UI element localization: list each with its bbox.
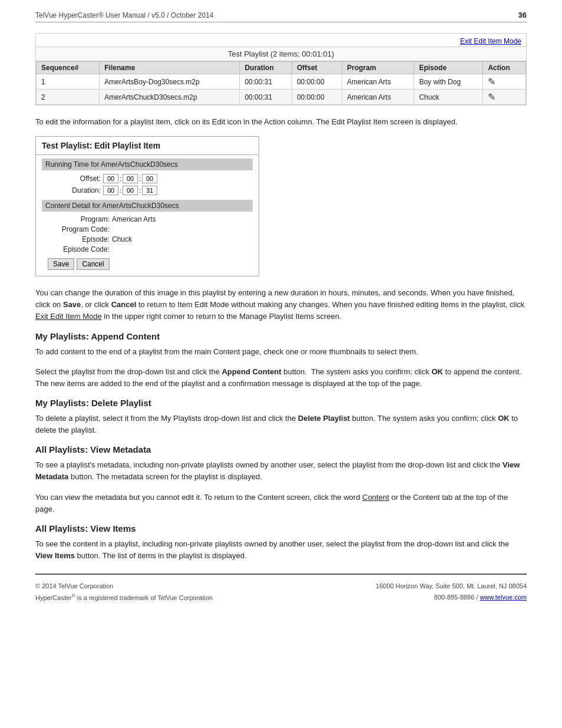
section-append-para2: Select the playlist from the drop-down l… — [35, 366, 527, 390]
cancel-button[interactable]: Cancel — [77, 258, 109, 270]
section-delete-para1: To delete a playlist, select it from the… — [35, 413, 527, 436]
para1: To edit the information for a playlist i… — [35, 116, 527, 128]
section-view-metadata: All Playlists: View Metadata To see a pl… — [35, 444, 527, 515]
action-edit-icon[interactable]: ✎ — [483, 74, 526, 90]
program-code-label: Program Code: — [54, 225, 110, 233]
para2: You can change the duration of this imag… — [35, 287, 527, 322]
offset-row: Offset: : : — [42, 174, 253, 183]
section-title-append: My Playlists: Append Content — [35, 331, 527, 341]
offset-input[interactable]: : : — [103, 174, 157, 183]
action-edit-icon[interactable]: ✎ — [483, 90, 526, 105]
col-program: Program — [342, 62, 414, 74]
footer: © 2014 TelVue Corporation HyperCaster® i… — [35, 581, 527, 603]
content-detail-header: Content Detail for AmerArtsChuckD30secs — [42, 200, 253, 212]
running-time-header: Running Time for AmerArtsChuckD30secs — [42, 159, 253, 170]
section-view-metadata-para2: You can view the metadata but you cannot… — [35, 492, 527, 515]
section-title-view-metadata: All Playlists: View Metadata — [35, 444, 527, 454]
para2-save-bold: Save — [63, 300, 81, 309]
footer-trademark: HyperCaster® is a registered trademark o… — [35, 592, 213, 603]
header-title: TelVue HyperCaster® User Manual / v5.0 /… — [35, 11, 214, 19]
col-episode: Episode — [414, 62, 483, 74]
col-sequence: Sequence# — [37, 62, 100, 74]
offset-hours[interactable] — [103, 174, 118, 183]
edit-box-body: Running Time for AmerArtsChuckD30secs Of… — [36, 155, 259, 276]
footer-divider — [35, 574, 527, 575]
exit-edit-item-mode-text-link[interactable]: Exit Edit Item Mode — [35, 312, 102, 321]
footer-website-link[interactable]: www.telvue.com — [480, 594, 527, 601]
duration-row: Duration: : : — [42, 186, 253, 195]
table-row: 2AmerArtsChuckD30secs.m2p00:00:3100:00:0… — [37, 90, 526, 105]
exit-edit-item-mode-link[interactable]: Exit Edit Item Mode — [460, 37, 521, 45]
offset-seconds[interactable] — [142, 174, 157, 183]
duration-seconds[interactable] — [142, 186, 157, 195]
program-code-row: Program Code: — [42, 225, 253, 233]
edit-icon[interactable]: ✎ — [488, 92, 495, 102]
footer-left: © 2014 TelVue Corporation HyperCaster® i… — [35, 581, 213, 603]
duration-label: Duration: — [59, 186, 101, 195]
edit-icon[interactable]: ✎ — [488, 77, 495, 87]
offset-minutes[interactable] — [123, 174, 138, 183]
table-row: 1AmerArtsBoy-Dog30secs.m2p00:00:3100:00:… — [37, 74, 526, 90]
footer-copyright: © 2014 TelVue Corporation — [35, 581, 213, 592]
para2-between: , or click — [81, 300, 111, 309]
col-action: Action — [483, 62, 526, 74]
section-view-items: All Playlists: View Items To see the con… — [35, 523, 527, 562]
col-filename: Filename — [100, 62, 240, 74]
footer-contact: 800-885-8886 / www.telvue.com — [376, 592, 527, 603]
duration-hours[interactable] — [103, 186, 118, 195]
episode-value: Chuck — [112, 235, 132, 243]
program-value: American Arts — [112, 215, 156, 223]
para2-cancel-bold: Cancel — [111, 300, 137, 309]
para2-after-cancel: to return to Item Edit Mode without maki… — [136, 300, 524, 309]
header-page-number: 36 — [518, 11, 527, 19]
footer-right: 16000 Horizon Way, Suite 500, Mt. Laurel… — [376, 581, 527, 603]
save-button[interactable]: Save — [48, 258, 74, 270]
episode-label: Episode: — [54, 235, 110, 243]
page-header: TelVue HyperCaster® User Manual / v5.0 /… — [35, 11, 527, 22]
content-link[interactable]: Content — [362, 493, 389, 502]
edit-playlist-item-box: Test Playlist: Edit Playlist Item Runnin… — [35, 136, 259, 276]
edit-box-buttons: Save Cancel — [42, 258, 253, 270]
para2-after-exit: in the upper right corner to return to t… — [102, 312, 342, 321]
section-title-view-items: All Playlists: View Items — [35, 523, 527, 533]
section-title-delete: My Playlists: Delete Playlist — [35, 398, 527, 408]
section-view-items-para1: To see the content in a playlist, includ… — [35, 538, 527, 562]
footer-address: 16000 Horizon Way, Suite 500, Mt. Laurel… — [376, 581, 527, 592]
playlist-top-bar: Exit Edit Item Mode — [36, 34, 526, 47]
episode-code-label: Episode Code: — [54, 245, 110, 253]
episode-row: Episode: Chuck — [42, 235, 253, 243]
col-duration: Duration — [240, 62, 292, 74]
playlist-table-section: Exit Edit Item Mode Test Playlist (2 ite… — [35, 33, 527, 106]
section-delete-playlist: My Playlists: Delete Playlist To delete … — [35, 398, 527, 436]
episode-code-row: Episode Code: — [42, 245, 253, 253]
duration-input[interactable]: : : — [103, 186, 157, 195]
offset-label: Offset: — [59, 174, 101, 183]
program-label: Program: — [54, 215, 110, 223]
edit-box-title: Test Playlist: Edit Playlist Item — [36, 137, 259, 155]
col-offset: Offset — [292, 62, 342, 74]
duration-minutes[interactable] — [123, 186, 138, 195]
section-view-metadata-para1: To see a playlist's metadata, including … — [35, 459, 527, 483]
program-row: Program: American Arts — [42, 215, 253, 223]
section-append-content: My Playlists: Append Content To add cont… — [35, 331, 527, 390]
playlist-title: Test Playlist (2 items; 00:01:01) — [36, 47, 526, 61]
playlist-table: Sequence# Filename Duration Offset Progr… — [36, 61, 526, 105]
section-append-para1: To add content to the end of a playlist … — [35, 346, 527, 358]
